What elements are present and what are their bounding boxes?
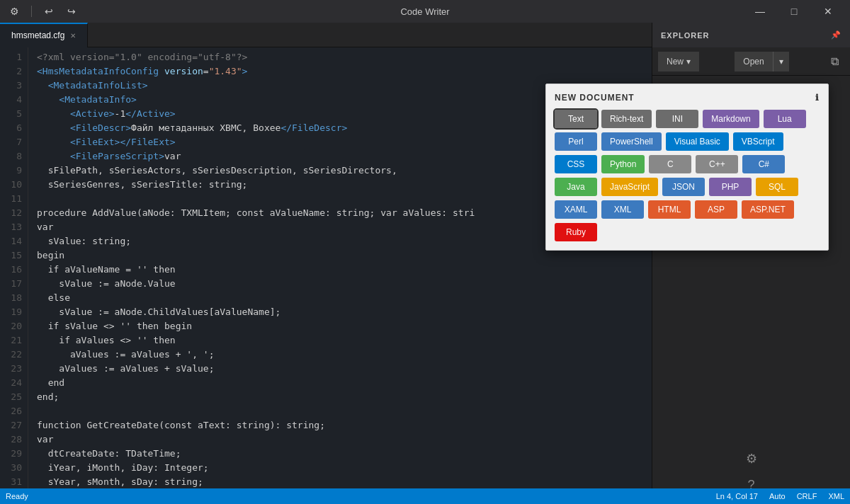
app-title: Code Writer (400, 6, 449, 17)
doc-type-c-button[interactable]: C (649, 155, 691, 173)
copy-icon[interactable]: ⧉ (824, 52, 844, 71)
close-button[interactable]: ✕ (812, 0, 844, 23)
status-bar: Ready Ln 4, Col 17 Auto CRLF XML (0, 488, 850, 504)
doc-type-xaml-button[interactable]: XAML (555, 200, 597, 219)
doc-type-markdown-button[interactable]: Markdown (703, 110, 759, 128)
tab-bar: hmsmetad.cfg ✕ (0, 23, 652, 47)
doc-type-sql-button[interactable]: SQL (756, 178, 798, 196)
status-ready: Ready (6, 492, 28, 500)
status-position: Ln 4, Col 17 (716, 492, 758, 500)
settings-icon[interactable]: ⚙ (746, 451, 757, 466)
explorer-pin-icon: 📌 (831, 30, 842, 40)
app-menu-icon[interactable]: ⚙ (6, 3, 23, 20)
doc-type-css-button[interactable]: CSS (555, 155, 597, 173)
status-encoding: Auto (769, 492, 786, 500)
status-line-ending: CRLF (797, 492, 817, 500)
doc-type-c--button[interactable]: C# (742, 155, 785, 173)
undo-button[interactable]: ↩ (40, 3, 57, 20)
titlebar: ⚙ ↩ ↪ Code Writer — □ ✕ (0, 0, 850, 23)
doc-type-json-button[interactable]: JSON (662, 178, 705, 196)
titlebar-left: ⚙ ↩ ↪ (6, 3, 80, 20)
doc-type-asp-button[interactable]: ASP (695, 200, 737, 219)
doc-type-asp-net-button[interactable]: ASP.NET (742, 200, 794, 219)
new-doc-title: NEW DOCUMENT ℹ (555, 93, 820, 103)
titlebar-sep1 (31, 6, 32, 17)
window-controls: — □ ✕ (744, 0, 844, 23)
doc-type-python-button[interactable]: Python (601, 155, 645, 173)
active-tab[interactable]: hmsmetad.cfg ✕ (0, 23, 88, 47)
new-button[interactable]: New ▾ (658, 52, 699, 71)
doc-type-text-button[interactable]: Text (555, 110, 597, 128)
tab-filename: hmsmetad.cfg (11, 30, 64, 40)
minimize-button[interactable]: — (744, 0, 776, 23)
doc-type-java-button[interactable]: Java (555, 178, 597, 196)
doc-type-vbscript-button[interactable]: VBScript (733, 132, 783, 151)
new-doc-title-text: NEW DOCUMENT (555, 93, 635, 103)
doc-type-ruby-button[interactable]: Ruby (555, 223, 597, 241)
explorer-title: EXPLORER (661, 31, 710, 40)
open-group: Open ▾ (735, 52, 788, 71)
tab-close-button[interactable]: ✕ (70, 32, 76, 40)
doc-type-lua-button[interactable]: Lua (764, 110, 806, 128)
line-numbers: 1234567891011121314151617181920212223242… (0, 47, 28, 504)
doc-type-c---button[interactable]: C++ (696, 155, 738, 173)
explorer-toolbar: New ▾ Open ▾ ⧉ (652, 47, 850, 76)
open-button[interactable]: Open (735, 52, 772, 71)
new-button-label: New (667, 57, 684, 67)
doc-type-javascript-button[interactable]: JavaScript (601, 178, 658, 196)
doc-type-ini-button[interactable]: INI (656, 110, 698, 128)
explorer-header: EXPLORER 📌 (652, 23, 850, 47)
status-right: Ln 4, Col 17 Auto CRLF XML (716, 492, 844, 500)
redo-button[interactable]: ↪ (63, 3, 80, 20)
status-language: XML (828, 492, 844, 500)
doc-type-xml-button[interactable]: XML (601, 200, 644, 219)
new-document-panel: NEW DOCUMENT ℹ TextRich-textINIMarkdownL… (545, 84, 829, 251)
new-doc-info-icon: ℹ (815, 93, 820, 103)
doc-type-powershell-button[interactable]: PowerShell (601, 132, 662, 151)
doc-type-php-button[interactable]: PHP (709, 178, 752, 196)
doc-type-grid: TextRich-textINIMarkdownLuaPerlPowerShel… (555, 110, 820, 241)
maximize-button[interactable]: □ (778, 0, 810, 23)
doc-type-html-button[interactable]: HTML (648, 200, 691, 219)
doc-type-rich-text-button[interactable]: Rich-text (601, 110, 652, 128)
new-dropdown-icon: ▾ (686, 57, 691, 67)
doc-type-perl-button[interactable]: Perl (555, 132, 597, 151)
open-dropdown-button[interactable]: ▾ (773, 52, 789, 71)
doc-type-visual-basic-button[interactable]: Visual Basic (666, 132, 729, 151)
